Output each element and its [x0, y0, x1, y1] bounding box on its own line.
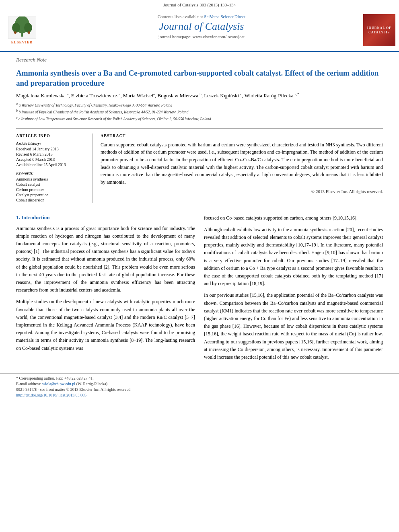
affiliation-c: c c Institute of Low Temperature and Str… [16, 115, 383, 122]
abstract-heading: ABSTRACT [101, 134, 383, 138]
introduction-heading: 1. Introduction [16, 214, 195, 222]
journal-header: ELSEVIER Contents lists available at Sci… [0, 9, 399, 52]
article-title: Ammonia synthesis over a Ba and Ce-promo… [16, 68, 383, 88]
doi-line: http://dx.doi.org/10.1016/j.jcat.2013.03… [16, 393, 383, 397]
citation-text: Journal of Catalysis 303 (2013) 130–134 [163, 2, 236, 7]
authors-line: Magdalena Karolewska a, Elżbieta Truszki… [16, 92, 383, 99]
intro-paragraph-1: Ammonia synthesis is a process of great … [16, 225, 195, 294]
journal-title: Journal of Catalysis [48, 21, 355, 33]
homepage-text: journal homepage: www.elsevier.com/locat… [158, 34, 245, 39]
received-date: Received 14 January 2013 [16, 147, 86, 151]
left-column: 1. Introduction Ammonia synthesis is a p… [16, 214, 195, 365]
affiliations: a a Warsaw University of Technology, Fac… [16, 102, 383, 123]
affiliation-b: b b Institute of Physical Chemistry of t… [16, 109, 383, 115]
sciverse-line: Contents lists available at SciVerse Sci… [48, 14, 355, 19]
svg-point-3 [12, 23, 20, 33]
badge-line2: CATALYSIS [368, 30, 390, 35]
journal-homepage: journal homepage: www.elsevier.com/locat… [48, 34, 355, 39]
journal-badge-right: JOURNAL OF CATALYSIS [359, 12, 399, 48]
elsevier-logo-left: ELSEVIER [0, 12, 44, 48]
accepted-date: Accepted 6 March 2013 [16, 157, 86, 162]
right-para-2: Although cobalt exhibits low activity in… [204, 226, 383, 288]
keyword-1: Ammonia synthesis [16, 177, 86, 181]
keyword-4: Catalyst preparation [16, 193, 86, 197]
footnotes: * Corresponding author. Fax: +48 22 628 … [0, 373, 399, 403]
affiliation-a: a a Warsaw University of Technology, Fac… [16, 102, 383, 109]
badge-line1: JOURNAL OF [367, 26, 391, 30]
article-history: Article history: Received 14 January 201… [16, 141, 86, 167]
keywords-section: Keywords: Ammonia synthesis Cobalt catal… [16, 171, 86, 202]
journal-name-section: Contents lists available at SciVerse Sci… [44, 12, 359, 48]
svg-point-4 [24, 23, 32, 33]
article-info-panel: ARTICLE INFO Article history: Received 1… [16, 134, 93, 203]
history-label: Article history: [16, 141, 86, 146]
copyright-notice: © 2013 Elsevier Inc. All rights reserved… [101, 189, 383, 194]
right-column: focused on Co-based catalysts supported … [204, 214, 383, 365]
main-body: 1. Introduction Ammonia synthesis is a p… [0, 214, 399, 373]
journal-citation: Journal of Catalysis 303 (2013) 130–134 [0, 0, 399, 9]
doi-link[interactable]: http://dx.doi.org/10.1016/j.jcat.2013.03… [16, 393, 86, 397]
article-type-label: Research Note [16, 57, 383, 65]
svg-point-5 [14, 31, 16, 34]
abstract-text: Carbon-supported cobalt catalysts promot… [101, 141, 383, 186]
journal-of-catalysis-badge: JOURNAL OF CATALYSIS [363, 14, 395, 46]
article-header-content: Research Note Ammonia synthesis over a B… [0, 52, 399, 214]
issn-line: 0021-9517/$ - see front matter © 2013 El… [16, 387, 383, 392]
svg-point-6 [28, 31, 30, 34]
sciverse-link[interactable]: SciVerse ScienceDirect [204, 14, 245, 19]
elsevier-text: ELSEVIER [11, 40, 33, 44]
keyword-2: Cobalt catalyst [16, 182, 86, 187]
keyword-3: Cerium promoter [16, 187, 86, 192]
abstract-panel: ABSTRACT Carbon-supported cobalt catalys… [101, 134, 383, 203]
intro-paragraph-2: Multiple studies on the development of n… [16, 298, 195, 352]
email-address-line: E-mail address: wiola@ch.pw.edu.pl (W. R… [16, 382, 383, 386]
article-info-heading: ARTICLE INFO [16, 134, 86, 138]
article-info-abstract-section: ARTICLE INFO Article history: Received 1… [16, 128, 383, 203]
corresponding-author: * Corresponding author. Fax: +48 22 628 … [16, 376, 383, 380]
sciverse-prefix: Contents lists available at [158, 14, 204, 19]
email-label: E-mail address: [16, 382, 41, 386]
email-note: (W. Raróg-Pilecka). [76, 382, 109, 386]
keyword-5: Cobalt dispersion [16, 198, 86, 202]
elsevier-tree-icon [8, 16, 36, 39]
revised-date: Revised 6 March 2013 [16, 152, 86, 156]
right-para-1: focused on Co-based catalysts supported … [204, 214, 383, 222]
keywords-label: Keywords: [16, 171, 86, 175]
available-online-date: Available online 25 April 2013 [16, 162, 86, 167]
email-link[interactable]: wiola@ch.pw.edu.pl [42, 382, 75, 386]
right-para-3: In our previous studies [15,16], the app… [204, 292, 383, 361]
